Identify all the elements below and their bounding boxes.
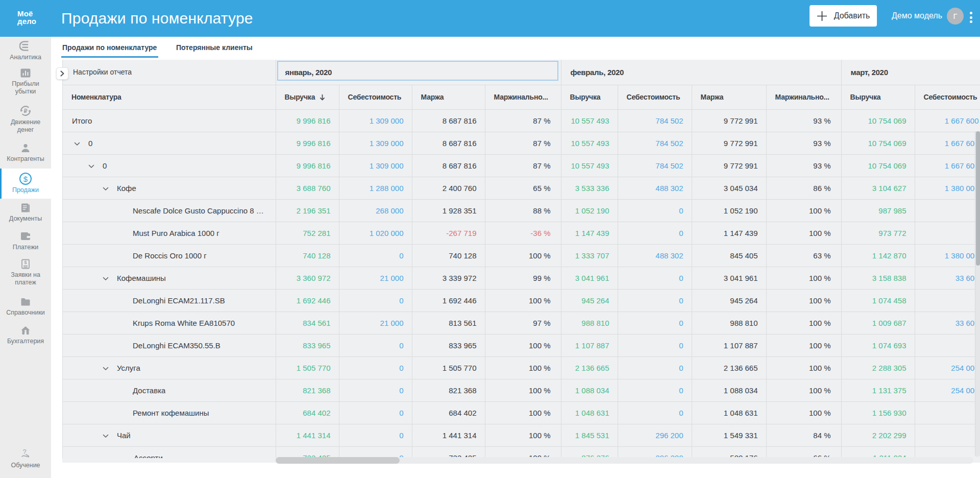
svg-text:$: $ xyxy=(24,260,27,265)
svg-text:$: $ xyxy=(23,175,28,183)
svg-text:₽: ₽ xyxy=(24,108,28,114)
